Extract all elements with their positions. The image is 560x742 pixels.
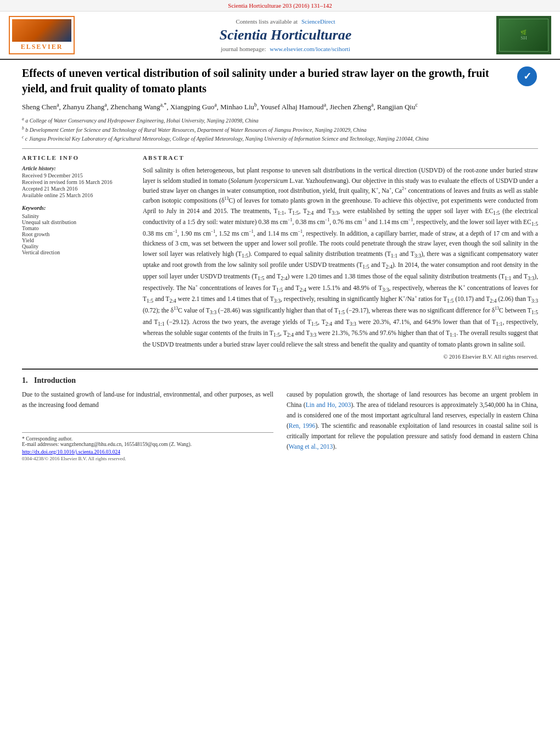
abstract-column: ABSTRACT Soil salinity is often heteroge… bbox=[143, 154, 538, 360]
keyword-1: Salinity bbox=[22, 213, 132, 219]
affiliations: a a College of Water Conservancy and Hyd… bbox=[22, 116, 538, 143]
abstract-text: Soil salinity is often heterogeneous, bu… bbox=[143, 165, 538, 349]
ref-wang[interactable]: Wang et al., 2013 bbox=[289, 443, 333, 450]
keyword-3: Tomato bbox=[22, 225, 132, 231]
journal-header: ELSEVIER Contents lists available at Sci… bbox=[0, 12, 560, 60]
keywords-section: Keywords: Salinity Unequal salt distribu… bbox=[22, 205, 132, 255]
doi-link[interactable]: http://dx.doi.org/10.1016/j.scienta.2016… bbox=[22, 449, 120, 455]
intro-right-text: caused by population growth, the shortag… bbox=[287, 389, 538, 452]
elsevier-logo: ELSEVIER bbox=[9, 16, 75, 54]
journal-homepage: journal homepage: www.elsevier.com/locat… bbox=[86, 46, 485, 52]
affiliation-b: b b Development Center for Science and T… bbox=[22, 125, 538, 134]
contents-line: Contents lists available at ScienceDirec… bbox=[86, 18, 485, 25]
article-info-header: ARTICLE INFO bbox=[22, 154, 132, 161]
contents-label: Contents lists available at bbox=[236, 18, 298, 25]
sciencedirect-link[interactable]: ScienceDirect bbox=[301, 18, 335, 25]
abstract-copyright: © 2016 Elsevier B.V. All rights reserved… bbox=[143, 354, 538, 360]
available-date: Available online 25 March 2016 bbox=[22, 192, 132, 198]
intro-heading: 1. Introduction bbox=[22, 376, 538, 385]
journal-logo: 🌿SH bbox=[496, 16, 551, 54]
elsevier-image bbox=[12, 19, 71, 42]
doi-line[interactable]: http://dx.doi.org/10.1016/j.scienta.2016… bbox=[22, 449, 273, 455]
intro-title: Introduction bbox=[34, 376, 76, 384]
affiliation-a: a a College of Water Conservancy and Hyd… bbox=[22, 116, 538, 125]
divider-1 bbox=[22, 148, 538, 149]
article-title-area: Effects of uneven vertical distribution … bbox=[22, 65, 538, 96]
homepage-link[interactable]: www.elsevier.com/locate/scihorti bbox=[270, 46, 350, 52]
keywords-label: Keywords: bbox=[22, 205, 132, 211]
authors-line: Sheng Chena, Zhanyu Zhanga, Zhenchang Wa… bbox=[22, 102, 538, 111]
keyword-5: Yield bbox=[22, 237, 132, 243]
keyword-7: Vertical direction bbox=[22, 249, 132, 255]
revised-date: Received in revised form 16 March 2016 bbox=[22, 179, 132, 185]
footnote-star: * Corresponding author. bbox=[22, 436, 273, 442]
authors-text: Sheng Chena, Zhanyu Zhanga, Zhenchang Wa… bbox=[22, 103, 418, 111]
received-date: Received 9 December 2015 bbox=[22, 172, 132, 178]
crossmark-symbol: ✓ bbox=[523, 70, 531, 82]
article-title: Effects of uneven vertical distribution … bbox=[22, 65, 511, 96]
intro-body: Due to the sustained growth of land-use … bbox=[22, 389, 538, 461]
intro-number: 1. bbox=[22, 376, 28, 384]
journal-logo-image: 🌿SH bbox=[499, 19, 548, 52]
journal-title: Scientia Horticulturae bbox=[86, 27, 485, 43]
abstract-header: ABSTRACT bbox=[143, 154, 538, 161]
intro-left-col: Due to the sustained growth of land-use … bbox=[22, 389, 273, 461]
article-history: Article history: Received 9 December 201… bbox=[22, 165, 132, 198]
intro-right-col: caused by population growth, the shortag… bbox=[287, 389, 538, 461]
journal-reference-text: Scientia Horticulturae 203 (2016) 131–14… bbox=[228, 2, 332, 9]
intro-left-text: Due to the sustained growth of land-use … bbox=[22, 389, 273, 410]
copyright-bottom: 0304-4238/© 2016 Elsevier B.V. All right… bbox=[22, 456, 273, 461]
history-label: Article history: bbox=[22, 165, 132, 171]
footnote-area: * Corresponding author. E-mail addresses… bbox=[22, 432, 273, 461]
crossmark-icon: ✓ bbox=[517, 66, 537, 86]
article-info-column: ARTICLE INFO Article history: Received 9… bbox=[22, 154, 132, 360]
footnote-star-text: * Corresponding author. bbox=[22, 436, 72, 442]
journal-reference-bar: Scientia Horticulturae 203 (2016) 131–14… bbox=[0, 0, 560, 12]
keyword-2: Unequal salt distribution bbox=[22, 219, 132, 225]
homepage-label: journal homepage: bbox=[221, 46, 266, 52]
affiliation-c: c c Jiangsu Provincial Key Laboratory of… bbox=[22, 134, 538, 143]
keyword-4: Root growth bbox=[22, 231, 132, 237]
elsevier-text: ELSEVIER bbox=[21, 43, 63, 51]
journal-header-center: Contents lists available at ScienceDirec… bbox=[75, 18, 496, 52]
footnote-email: E-mail addresses: wangzhenchang@hhu.edu.… bbox=[22, 442, 273, 447]
accepted-date: Accepted 21 March 2016 bbox=[22, 186, 132, 192]
crossmark-area: ✓ bbox=[516, 65, 538, 87]
keyword-6: Quality bbox=[22, 243, 132, 249]
ref-ren[interactable]: Ren, 1996 bbox=[289, 422, 316, 429]
info-abstract-section: ARTICLE INFO Article history: Received 9… bbox=[22, 154, 538, 360]
footnote-email-text: E-mail addresses: wangzhenchang@hhu.edu.… bbox=[22, 442, 192, 447]
section-divider bbox=[22, 369, 538, 370]
ref-lin-ho[interactable]: Lin and Ho, 2003 bbox=[306, 401, 351, 408]
main-content: Effects of uneven vertical distribution … bbox=[0, 60, 560, 472]
